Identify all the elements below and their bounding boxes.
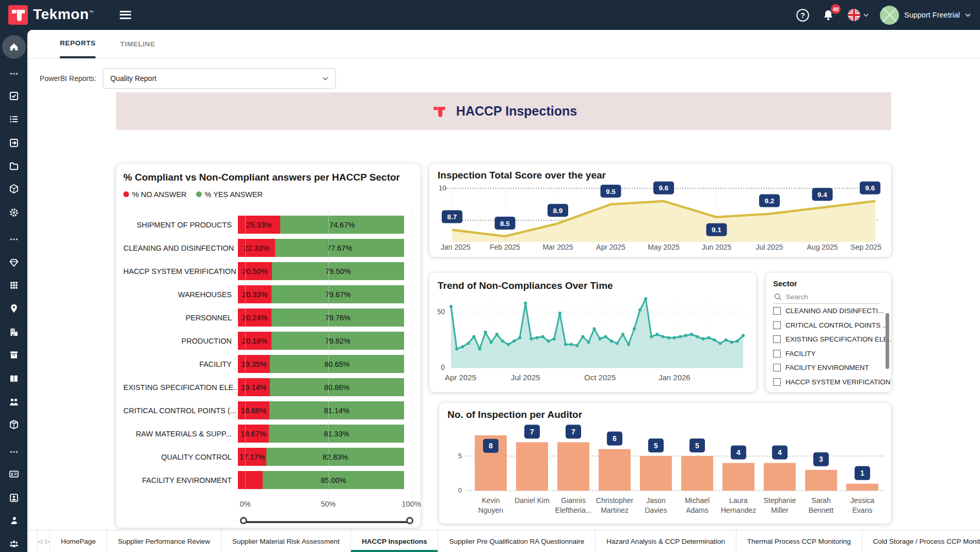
auditor-bar[interactable] xyxy=(640,456,672,491)
sidebar-item-diamond[interactable] xyxy=(0,252,27,273)
tab-reports[interactable]: REPORTS xyxy=(60,30,95,58)
slider-handle-min[interactable] xyxy=(240,517,247,524)
sidebar-item-location-pin[interactable] xyxy=(0,298,27,319)
auditor-bar[interactable] xyxy=(846,484,878,491)
compliance-row[interactable]: PERSONNEL20.24%79.76% xyxy=(123,306,411,329)
auditor-bar[interactable] xyxy=(599,449,631,491)
yes-answer-segment[interactable]: 79.76% xyxy=(271,309,404,327)
yes-answer-segment[interactable]: 85.00% xyxy=(263,471,404,489)
sidebar-item-checklist[interactable] xyxy=(0,86,27,106)
sector-option[interactable]: EXISTING SPECIFICATION ELE... xyxy=(773,332,891,347)
auditor-bar[interactable] xyxy=(681,456,713,491)
yes-answer-segment[interactable]: 77.67% xyxy=(275,239,404,257)
sector-option[interactable]: FACILITY xyxy=(773,347,891,361)
compliance-row[interactable]: FACILITY19.35%80.65% xyxy=(123,352,411,376)
page-tab-thermal-process-ccp-monitoring[interactable]: Thermal Process CCP Monitoring xyxy=(736,530,862,552)
hamburger-menu-icon[interactable] xyxy=(120,9,132,21)
auditor-bar[interactable] xyxy=(516,442,548,491)
tekmon-logo-icon[interactable] xyxy=(8,5,28,25)
checkbox[interactable] xyxy=(773,350,781,358)
sidebar-item-home[interactable] xyxy=(0,37,27,57)
compliance-row[interactable]: FACILITY ENVIRONMENT85.00% xyxy=(123,468,411,492)
yes-answer-segment[interactable]: 81.33% xyxy=(269,425,404,443)
sidebar-item-id-card[interactable] xyxy=(0,464,27,484)
checkbox[interactable] xyxy=(773,335,781,343)
sidebar-item-cube[interactable] xyxy=(0,178,27,199)
tab-timeline[interactable]: TIMELINE xyxy=(120,30,155,58)
yes-answer-segment[interactable]: 80.65% xyxy=(270,355,404,373)
sidebar-item-more[interactable] xyxy=(0,229,27,250)
auditor-bar[interactable] xyxy=(764,463,796,491)
checkbox[interactable] xyxy=(773,321,781,329)
sidebar-item-more[interactable] xyxy=(0,442,27,462)
sidebar-item-person-badge[interactable] xyxy=(0,488,27,508)
compliance-row[interactable]: RAW MATERIALS & SUPP...18.67%81.33% xyxy=(123,422,411,445)
sector-option[interactable]: FACILITY ENVIRONMENT xyxy=(773,361,891,375)
compliance-row[interactable]: PRODUCTION20.18%79.82% xyxy=(123,329,411,352)
auditor-bar-chart[interactable]: 508KevinNguyen7Daniel Kim7GiannisElefthe… xyxy=(447,420,886,519)
uk-flag-icon[interactable] xyxy=(847,8,869,22)
notifications-bell-icon[interactable]: 40 xyxy=(821,8,836,22)
page-tab-next-icon[interactable]: ▷ xyxy=(45,538,49,545)
sidebar-item-export[interactable] xyxy=(0,133,27,153)
yes-answer-segment[interactable]: 79.67% xyxy=(271,285,404,303)
score-line-chart[interactable]: 1098.78.58.99.59.69.19.29.49.6Jan 2025Fe… xyxy=(438,181,883,251)
sidebar-item-more[interactable] xyxy=(0,63,27,84)
no-answer-segment[interactable]: 25.33% xyxy=(238,216,280,234)
no-answer-segment[interactable] xyxy=(238,471,263,489)
no-answer-segment[interactable]: 19.14% xyxy=(238,378,270,396)
no-answer-segment[interactable]: 18.86% xyxy=(238,401,269,419)
no-answer-segment[interactable]: 19.35% xyxy=(238,355,270,373)
page-tab-supplier-material-risk-assessment[interactable]: Supplier Material Risk Assessment xyxy=(221,530,351,552)
sector-scrollbar[interactable] xyxy=(886,313,889,369)
auditor-bar[interactable] xyxy=(805,470,837,491)
sidebar-item-list[interactable] xyxy=(0,109,27,129)
sidebar-item-archive-box[interactable] xyxy=(0,345,27,365)
no-answer-segment[interactable]: 20.50% xyxy=(238,262,272,280)
compliance-row[interactable]: CRITICAL CONTROL POINTS (...18.86%81.14% xyxy=(123,399,411,422)
compliance-row[interactable]: HACCP SYSTEM VERIFICATION20.50%79.50% xyxy=(123,259,411,283)
no-answer-segment[interactable]: 20.33% xyxy=(238,285,271,303)
no-answer-segment[interactable]: 20.18% xyxy=(238,332,271,350)
no-answer-segment[interactable]: 18.67% xyxy=(238,425,269,443)
sector-option[interactable]: HACCP SYSTEM VERIFICATION xyxy=(773,375,891,389)
sidebar-item-team[interactable] xyxy=(0,533,27,552)
page-tab-hazard-analysis-ccp-determination[interactable]: Hazard Analysis & CCP Determination xyxy=(596,530,736,552)
sidebar-item-grid[interactable] xyxy=(0,275,27,296)
no-answer-segment[interactable]: 22.33% xyxy=(238,239,275,257)
yes-answer-segment[interactable]: 79.50% xyxy=(272,262,404,280)
yes-answer-segment[interactable]: 74.67% xyxy=(280,216,404,234)
sidebar-item-book[interactable] xyxy=(0,368,27,389)
report-select-dropdown[interactable]: Quality Report xyxy=(103,68,336,89)
compliance-row[interactable]: WAREHOUSES20.33%79.67% xyxy=(123,283,411,306)
yes-answer-segment[interactable]: 81.14% xyxy=(269,401,404,419)
yes-answer-segment[interactable]: 80.86% xyxy=(270,378,404,396)
page-tab-supplier-pre-qualification-ra-questionnaire[interactable]: Supplier Pre Qualification RA Questionna… xyxy=(438,530,596,552)
slider-handle-max[interactable] xyxy=(406,517,413,524)
sidebar-item-gear[interactable] xyxy=(0,202,27,223)
trend-area-chart[interactable]: 500Apr 2025Jul 2025Oct 2025Jan 2026 xyxy=(438,291,750,384)
page-tab-haccp-inspections[interactable]: HACCP Inspections xyxy=(351,530,439,552)
sidebar-item-folder[interactable] xyxy=(0,156,27,176)
auditor-bar[interactable] xyxy=(557,442,589,491)
user-menu[interactable]: Support Freetrial xyxy=(880,6,971,25)
sector-option[interactable]: CLEANING AND DISINFECTI... xyxy=(773,304,891,318)
no-answer-segment[interactable]: 17.17% xyxy=(238,448,266,466)
sidebar-item-building[interactable] xyxy=(0,322,27,343)
compliance-bars[interactable]: SHIPMENT OF PRODUCTS25.33%74.67%CLEANING… xyxy=(123,213,411,492)
checkbox[interactable] xyxy=(773,378,781,386)
sidebar-item-people[interactable] xyxy=(0,392,27,412)
checkbox[interactable] xyxy=(773,364,781,371)
page-tab-homepage[interactable]: HomePage xyxy=(50,530,107,552)
compliance-row[interactable]: SHIPMENT OF PRODUCTS25.33%74.67% xyxy=(123,213,411,236)
compliance-row[interactable]: CLEANING AND DISINFECTION22.33%77.67% xyxy=(123,236,411,259)
compliance-row[interactable]: EXISTING SPECIFICATION ELE...19.14%80.86… xyxy=(123,376,411,399)
page-tab-prev-icon[interactable]: ◁ xyxy=(38,538,42,545)
compliance-row[interactable]: QUALITY CONTROL17.17%82.83% xyxy=(123,445,411,468)
sector-option[interactable]: CRITICAL CONTROL POINTS .. xyxy=(773,318,891,333)
yes-answer-segment[interactable]: 82.83% xyxy=(266,448,404,466)
slider-track[interactable] xyxy=(245,521,411,523)
help-icon[interactable]: ? xyxy=(795,8,810,22)
auditor-bar[interactable] xyxy=(722,463,754,491)
sidebar-item-package[interactable] xyxy=(0,414,27,435)
